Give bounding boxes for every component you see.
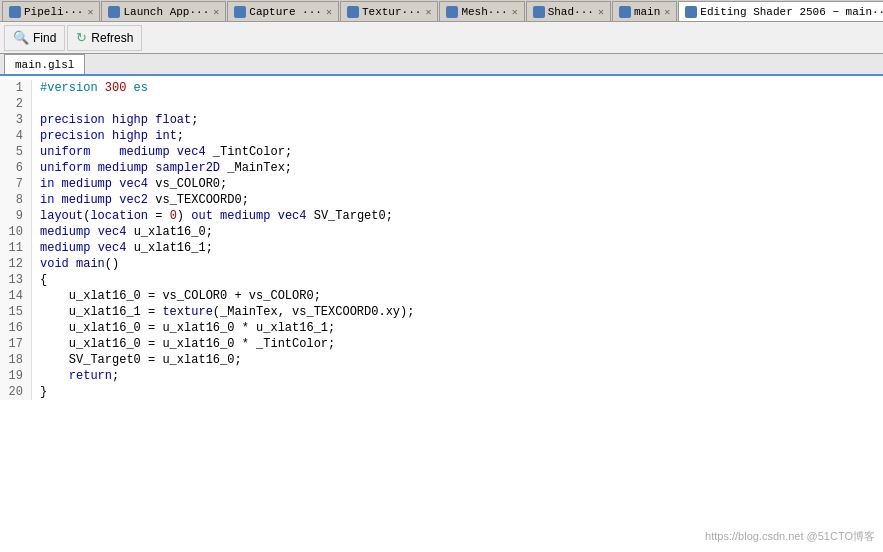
- find-icon: 🔍: [13, 30, 29, 45]
- tab-close-capture[interactable]: ✕: [326, 6, 332, 18]
- line-content: u_xlat16_0 = vs_COLOR0 + vs_COLOR0;: [32, 288, 321, 304]
- refresh-icon: ↻: [76, 30, 87, 45]
- line-number: 5: [0, 144, 32, 160]
- code-line: 4precision highp int;: [0, 128, 883, 144]
- tab-close-launch[interactable]: ✕: [213, 6, 219, 18]
- line-content: #version 300 es: [32, 80, 148, 96]
- line-content: u_xlat16_1 = texture(_MainTex, vs_TEXCOO…: [32, 304, 414, 320]
- code-line: 3precision highp float;: [0, 112, 883, 128]
- line-content: mediump vec4 u_xlat16_1;: [32, 240, 213, 256]
- tab-bar: Pipeli··· ✕ Launch App··· ✕ Capture ··· …: [0, 0, 883, 22]
- line-number: 20: [0, 384, 32, 400]
- line-content: SV_Target0 = u_xlat16_0;: [32, 352, 242, 368]
- tab-icon-texture: [347, 6, 359, 18]
- code-line: 10mediump vec4 u_xlat16_0;: [0, 224, 883, 240]
- code-line: 19 return;: [0, 368, 883, 384]
- code-line: 16 u_xlat16_0 = u_xlat16_0 * u_xlat16_1;: [0, 320, 883, 336]
- line-content: void main(): [32, 256, 119, 272]
- code-line: 9layout(location = 0) out mediump vec4 S…: [0, 208, 883, 224]
- code-line: 15 u_xlat16_1 = texture(_MainTex, vs_TEX…: [0, 304, 883, 320]
- line-number: 8: [0, 192, 32, 208]
- line-number: 2: [0, 96, 32, 112]
- line-content: precision highp float;: [32, 112, 198, 128]
- line-number: 12: [0, 256, 32, 272]
- code-line: 11mediump vec4 u_xlat16_1;: [0, 240, 883, 256]
- line-content: uniform mediump vec4 _TintColor;: [32, 144, 292, 160]
- tab-icon-mesh: [446, 6, 458, 18]
- code-line: 6uniform mediump sampler2D _MainTex;: [0, 160, 883, 176]
- line-content: return;: [32, 368, 119, 384]
- line-content: mediump vec4 u_xlat16_0;: [32, 224, 213, 240]
- line-content: uniform mediump sampler2D _MainTex;: [32, 160, 292, 176]
- line-number: 3: [0, 112, 32, 128]
- tab-texture[interactable]: Textur··· ✕: [340, 1, 438, 21]
- line-content: precision highp int;: [32, 128, 184, 144]
- line-content: layout(location = 0) out mediump vec4 SV…: [32, 208, 393, 224]
- tab-icon-shad: [533, 6, 545, 18]
- tab-shad[interactable]: Shad··· ✕: [526, 1, 611, 21]
- watermark: https://blog.csdn.net @51CTO博客: [705, 529, 875, 544]
- code-line: 12void main(): [0, 256, 883, 272]
- toolbar: 🔍 Find ↻ Refresh: [0, 22, 883, 54]
- tab-icon-editing-shader: [685, 6, 697, 18]
- tab-capture[interactable]: Capture ··· ✕: [227, 1, 339, 21]
- code-line: 5uniform mediump vec4 _TintColor;: [0, 144, 883, 160]
- editor-area[interactable]: 1#version 300 es23precision highp float;…: [0, 76, 883, 552]
- line-number: 16: [0, 320, 32, 336]
- tab-icon-capture: [234, 6, 246, 18]
- line-content: [32, 96, 40, 112]
- tab-icon-main: [619, 6, 631, 18]
- line-content: u_xlat16_0 = u_xlat16_0 * u_xlat16_1;: [32, 320, 335, 336]
- line-number: 6: [0, 160, 32, 176]
- line-content: }: [32, 384, 47, 400]
- code-line: 18 SV_Target0 = u_xlat16_0;: [0, 352, 883, 368]
- line-number: 7: [0, 176, 32, 192]
- line-content: in mediump vec2 vs_TEXCOORD0;: [32, 192, 249, 208]
- line-number: 4: [0, 128, 32, 144]
- tab-pipeli[interactable]: Pipeli··· ✕: [2, 1, 100, 21]
- code-line: 14 u_xlat16_0 = vs_COLOR0 + vs_COLOR0;: [0, 288, 883, 304]
- find-button[interactable]: 🔍 Find: [4, 25, 65, 51]
- code-line: 1#version 300 es: [0, 80, 883, 96]
- tab-icon-launch: [108, 6, 120, 18]
- line-number: 18: [0, 352, 32, 368]
- code-line: 2: [0, 96, 883, 112]
- line-number: 19: [0, 368, 32, 384]
- line-number: 10: [0, 224, 32, 240]
- code-line: 20}: [0, 384, 883, 400]
- line-number: 17: [0, 336, 32, 352]
- tab-icon-pipeli: [9, 6, 21, 18]
- tab-editing-shader[interactable]: Editing Shader 2506 − main··· ✕: [678, 1, 883, 21]
- line-content: u_xlat16_0 = u_xlat16_0 * _TintColor;: [32, 336, 335, 352]
- line-number: 11: [0, 240, 32, 256]
- line-content: {: [32, 272, 47, 288]
- tab-close-pipeli[interactable]: ✕: [87, 6, 93, 18]
- code-line: 8in mediump vec2 vs_TEXCOORD0;: [0, 192, 883, 208]
- code-line: 13{: [0, 272, 883, 288]
- line-content: in mediump vec4 vs_COLOR0;: [32, 176, 227, 192]
- line-number: 1: [0, 80, 32, 96]
- tab-launch[interactable]: Launch App··· ✕: [101, 1, 226, 21]
- line-number: 15: [0, 304, 32, 320]
- file-tab-main-glsl[interactable]: main.glsl: [4, 54, 85, 74]
- tab-mesh[interactable]: Mesh··· ✕: [439, 1, 524, 21]
- code-line: 7in mediump vec4 vs_COLOR0;: [0, 176, 883, 192]
- tab-close-shad[interactable]: ✕: [598, 6, 604, 18]
- tab-close-main[interactable]: ✕: [664, 6, 670, 18]
- tab-close-mesh[interactable]: ✕: [512, 6, 518, 18]
- tab-main[interactable]: main ✕: [612, 1, 677, 21]
- line-number: 13: [0, 272, 32, 288]
- file-tab-bar: main.glsl: [0, 54, 883, 76]
- line-number: 14: [0, 288, 32, 304]
- line-number: 9: [0, 208, 32, 224]
- tab-close-texture[interactable]: ✕: [425, 6, 431, 18]
- refresh-button[interactable]: ↻ Refresh: [67, 25, 142, 51]
- code-line: 17 u_xlat16_0 = u_xlat16_0 * _TintColor;: [0, 336, 883, 352]
